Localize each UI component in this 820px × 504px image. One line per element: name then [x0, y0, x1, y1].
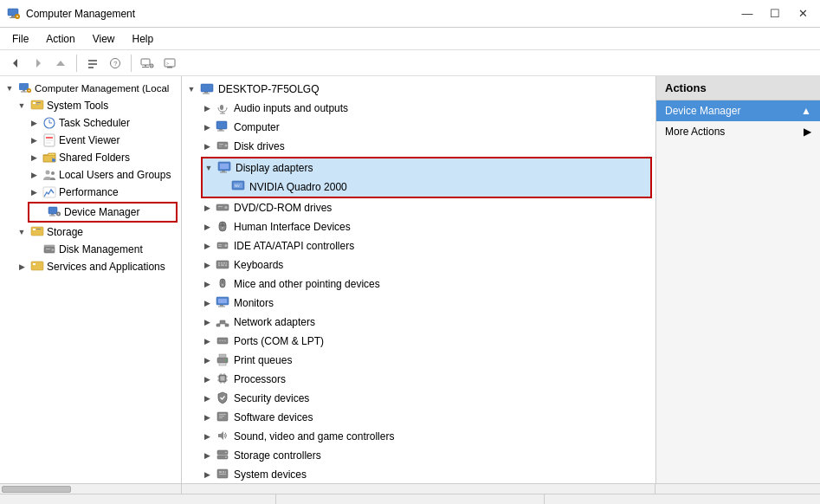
- ide-label: IDE ATA/ATAPI controllers: [234, 240, 354, 252]
- left-scrollbar[interactable]: [0, 484, 182, 494]
- tree-item-system-tools[interactable]: ▼ System Tools: [0, 97, 181, 114]
- tree-item-disk-management[interactable]: Disk Management: [0, 241, 181, 258]
- svg-rect-45: [51, 214, 54, 216]
- tree-item-local-users[interactable]: ▶ Local Users and Groups: [0, 166, 181, 184]
- tree-label-storage: Storage: [47, 226, 83, 238]
- left-scroll-thumb[interactable]: [2, 486, 71, 493]
- software-label: Software devices: [234, 411, 313, 423]
- svg-rect-108: [225, 324, 229, 326]
- expand-storage-ctrl: ▶: [201, 451, 213, 460]
- tree-label-system-tools: System Tools: [47, 100, 108, 112]
- computer-mgmt-icon: [18, 81, 32, 95]
- console-button[interactable]: >_: [159, 54, 180, 73]
- expand-system-tools: ▼: [16, 100, 28, 112]
- svg-rect-105: [218, 307, 225, 307]
- tree-item-performance[interactable]: ▶ Performance: [0, 184, 181, 201]
- svg-point-89: [225, 244, 228, 247]
- device-item-ide[interactable]: ▶ IDE ATA/ATAPI controllers: [182, 236, 655, 255]
- svg-point-85: [222, 227, 223, 229]
- close-button[interactable]: ✕: [792, 5, 813, 23]
- performance-icon: [42, 185, 56, 199]
- nvidia-label: NVIDIA Quadro 2000: [249, 181, 347, 193]
- keyboards-label: Keyboards: [234, 259, 283, 271]
- device-item-processors[interactable]: ▶ Processors: [182, 370, 655, 389]
- svg-rect-57: [31, 262, 43, 270]
- tree-item-computer-mgmt[interactable]: ▼ Computer Management (Local: [0, 80, 181, 97]
- expand-mice: ▶: [201, 280, 213, 288]
- ports-icon: [216, 333, 231, 349]
- security-icon: [216, 391, 231, 406]
- dvdrom-label: DVD/CD-ROM drives: [234, 202, 332, 214]
- properties-button[interactable]: [137, 54, 158, 73]
- device-item-network[interactable]: ▶ Network adapters: [182, 313, 655, 332]
- tree-label-computer-mgmt: Computer Management (Local: [35, 83, 169, 94]
- tree-item-storage[interactable]: ▼ Storage: [0, 223, 181, 241]
- minimize-button[interactable]: —: [737, 5, 758, 23]
- svg-rect-73: [222, 171, 225, 172]
- svg-rect-55: [46, 249, 50, 249]
- svg-point-69: [225, 145, 228, 147]
- status-sections: [7, 494, 813, 505]
- svg-rect-102: [218, 299, 227, 303]
- svg-rect-30: [36, 104, 39, 105]
- device-item-security[interactable]: ▶ Security devices: [182, 389, 655, 408]
- action-more-actions[interactable]: More Actions ▶: [656, 121, 820, 142]
- device-item-mice[interactable]: ▶ Mice and other pointing devices: [182, 275, 655, 294]
- storage-ctrl-icon: [216, 448, 231, 463]
- up-button[interactable]: [50, 54, 71, 73]
- svg-rect-44: [48, 207, 57, 214]
- device-item-disk-drives[interactable]: ▶ Disk drives: [182, 137, 655, 156]
- network-label: Network adapters: [234, 316, 315, 328]
- device-item-dvdrom[interactable]: ▶ DVD/CD-ROM drives: [182, 198, 655, 217]
- back-button[interactable]: [5, 54, 26, 73]
- svg-rect-88: [218, 246, 222, 247]
- device-item-nvidia[interactable]: NV NVIDIA Quadro 2000: [203, 178, 650, 197]
- tree-item-shared-folders[interactable]: ▶ Shared Folders: [0, 149, 181, 166]
- action-device-manager[interactable]: Device Manager ▲: [656, 100, 820, 121]
- expand-ports: ▶: [201, 337, 213, 346]
- device-item-keyboards[interactable]: ▶ Keyboards: [182, 255, 655, 275]
- tree-item-services-apps[interactable]: ▶ Services and Applications: [0, 258, 181, 275]
- device-item-system-devices[interactable]: ▶ System devices: [182, 465, 655, 483]
- device-item-sound[interactable]: ▶ Sound, video and game controllers: [182, 427, 655, 446]
- svg-rect-29: [36, 102, 41, 103]
- show-hide-button[interactable]: [82, 54, 103, 73]
- left-panel: ▼ Computer Management (Local ▼: [0, 76, 182, 483]
- tree-label-shared-folders: Shared Folders: [59, 152, 130, 164]
- device-item-computer[interactable]: ▶ Computer: [182, 118, 655, 137]
- svg-rect-9: [88, 67, 94, 68]
- svg-marker-133: [218, 431, 223, 440]
- device-item-ports[interactable]: ▶ Ports (COM & LPT): [182, 332, 655, 351]
- root-icon: [200, 81, 216, 97]
- svg-rect-74: [220, 172, 227, 173]
- menu-view[interactable]: View: [84, 30, 124, 48]
- device-item-print-queues[interactable]: ▶ Print queues: [182, 351, 655, 370]
- svg-rect-80: [218, 206, 223, 207]
- tree-item-task-scheduler[interactable]: ▶ Task Scheduler: [0, 114, 181, 132]
- forward-button[interactable]: [28, 54, 48, 73]
- display-adapters-group: ▼ Display adapters: [201, 157, 652, 198]
- maximize-button[interactable]: ☐: [765, 5, 785, 23]
- shared-folders-icon: [42, 151, 56, 165]
- svg-rect-117: [219, 363, 226, 365]
- tree-item-device-manager[interactable]: Device Manager: [28, 202, 178, 223]
- svg-rect-14: [142, 67, 149, 68]
- device-item-root[interactable]: ▼ DESKTOP-7F5OLGQ: [182, 80, 655, 99]
- svg-rect-8: [88, 63, 97, 65]
- svg-marker-5: [36, 59, 41, 68]
- menu-action[interactable]: Action: [37, 30, 83, 48]
- menu-help[interactable]: Help: [124, 30, 163, 48]
- device-item-display-adapters[interactable]: ▼ Display adapters: [203, 158, 650, 178]
- device-item-monitors[interactable]: ▶ Monitors: [182, 294, 655, 313]
- device-item-hid[interactable]: ▶ Human Interface Devices: [182, 217, 655, 236]
- menu-file[interactable]: File: [3, 30, 37, 48]
- device-item-storage-ctrl[interactable]: ▶ Storage controllers: [182, 446, 655, 465]
- title-bar: Computer Management — ☐ ✕: [0, 0, 820, 28]
- expand-system-devices: ▶: [201, 470, 213, 479]
- device-item-audio[interactable]: ▶ Audio inputs and outputs: [182, 99, 655, 118]
- tree-item-event-viewer[interactable]: ▶ Event Viewer: [0, 132, 181, 149]
- tree-label-task-scheduler: Task Scheduler: [59, 117, 130, 129]
- device-item-software[interactable]: ▶ Software devices: [182, 408, 655, 427]
- mice-label: Mice and other pointing devices: [234, 278, 380, 290]
- help-button[interactable]: ?: [105, 54, 126, 73]
